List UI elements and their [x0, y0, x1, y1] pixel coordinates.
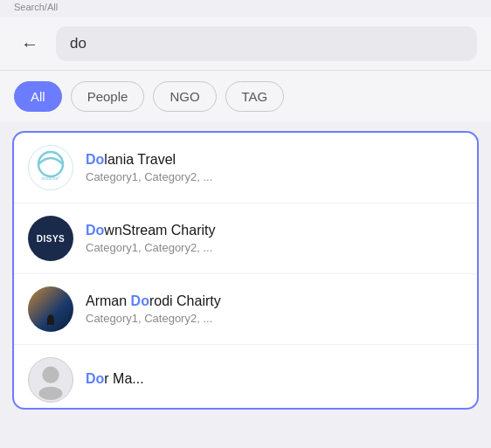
name-highlight: Do	[86, 223, 104, 238]
page-container: Search/All ← All People NGO TAG d	[0, 0, 491, 448]
name-rest: lania Travel	[104, 152, 176, 167]
avatar	[28, 286, 73, 332]
result-info: Arman Dorodi Chairty Category1, Category…	[86, 293, 463, 325]
result-name: Arman Dorodi Chairty	[86, 293, 463, 309]
filter-tab-ngo[interactable]: NGO	[153, 81, 216, 112]
result-info: Dor Ma...	[86, 371, 463, 389]
result-info: Dolania Travel Category1, Category2, ...	[86, 152, 463, 183]
search-input[interactable]	[70, 35, 463, 52]
result-info: DownStream Charity Category1, Category2,…	[86, 223, 463, 254]
results-area: dolania* Dolania Travel Category1, Categ…	[0, 122, 491, 448]
search-input-wrapper[interactable]	[56, 26, 477, 61]
list-item[interactable]: Dor Ma...	[14, 345, 477, 408]
name-rest: r Ma...	[104, 371, 143, 386]
filter-tab-all[interactable]: All	[14, 81, 62, 112]
name-rest: rodi Chairty	[149, 293, 221, 308]
list-item[interactable]: DISYS DownStream Charity Category1, Cate…	[14, 203, 477, 274]
result-categories: Category1, Category2, ...	[86, 312, 463, 325]
page-title: Search/All	[0, 0, 491, 17]
avatar-text: DISYS	[37, 234, 66, 244]
svg-point-2	[42, 367, 59, 383]
svg-point-3	[39, 387, 63, 400]
name-highlight: Do	[86, 371, 104, 386]
result-categories: Category1, Category2, ...	[86, 170, 463, 183]
filter-tab-people[interactable]: People	[71, 81, 145, 112]
result-name: Dolania Travel	[86, 152, 463, 168]
name-before: Arman	[86, 293, 131, 308]
svg-point-0	[38, 152, 63, 176]
result-categories: Category1, Category2, ...	[86, 241, 463, 254]
results-card: dolania* Dolania Travel Category1, Categ…	[12, 131, 479, 410]
avatar-figure	[47, 314, 54, 325]
name-highlight: Do	[131, 293, 149, 308]
result-name: DownStream Charity	[86, 223, 463, 238]
list-item[interactable]: dolania* Dolania Travel Category1, Categ…	[14, 133, 477, 203]
avatar: DISYS	[28, 216, 73, 261]
result-name: Dor Ma...	[86, 371, 463, 387]
name-rest: wnStream Charity	[104, 223, 215, 238]
back-icon: ←	[21, 34, 38, 54]
filter-tabs: All People NGO TAG	[0, 71, 491, 122]
back-button[interactable]: ←	[14, 28, 45, 59]
avatar: dolania*	[28, 145, 73, 190]
filter-tab-tag[interactable]: TAG	[225, 81, 285, 112]
avatar	[28, 357, 73, 403]
list-item[interactable]: Arman Dorodi Chairty Category1, Category…	[14, 274, 477, 345]
name-highlight: Do	[86, 152, 104, 167]
svg-text:dolania*: dolania*	[41, 176, 60, 181]
header: ←	[0, 17, 491, 71]
